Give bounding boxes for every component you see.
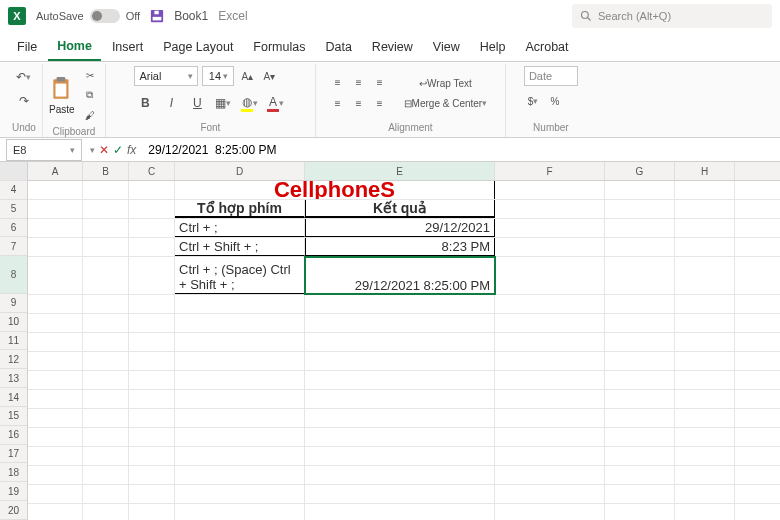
cell[interactable] <box>129 390 175 408</box>
cell[interactable] <box>495 295 605 313</box>
cell[interactable] <box>305 428 495 446</box>
cell[interactable] <box>305 295 495 313</box>
enter-icon[interactable]: ✓ <box>113 143 123 157</box>
cell[interactable] <box>83 504 129 520</box>
cell[interactable] <box>305 352 495 370</box>
cell[interactable] <box>495 238 605 256</box>
cell[interactable] <box>28 257 83 294</box>
row-header[interactable]: 20 <box>0 501 27 520</box>
cell[interactable] <box>305 485 495 503</box>
cell[interactable] <box>28 485 83 503</box>
select-all-corner[interactable] <box>0 162 27 181</box>
shrink-font-button[interactable]: A▾ <box>260 67 278 85</box>
align-bottom-button[interactable]: ≡ <box>371 74 389 92</box>
cell[interactable] <box>305 409 495 427</box>
cell[interactable] <box>28 447 83 465</box>
cell[interactable] <box>28 219 83 237</box>
cell[interactable] <box>675 295 735 313</box>
cell[interactable] <box>305 390 495 408</box>
cell[interactable] <box>605 333 675 351</box>
cell[interactable] <box>28 333 83 351</box>
cell[interactable]: Ctrl + ; <box>175 219 305 237</box>
cell[interactable] <box>129 295 175 313</box>
tab-help[interactable]: Help <box>471 34 515 60</box>
cell[interactable] <box>605 352 675 370</box>
cell[interactable]: 8:23 PM <box>305 238 495 256</box>
row-header[interactable]: 7 <box>0 237 27 256</box>
cell[interactable] <box>305 314 495 332</box>
tab-data[interactable]: Data <box>316 34 360 60</box>
cell[interactable] <box>675 219 735 237</box>
cell[interactable] <box>28 390 83 408</box>
cell[interactable] <box>605 390 675 408</box>
cell[interactable] <box>129 371 175 389</box>
tab-page-layout[interactable]: Page Layout <box>154 34 242 60</box>
cell[interactable] <box>175 390 305 408</box>
fill-color-button[interactable]: ◍▾ <box>238 92 260 114</box>
cell[interactable] <box>83 314 129 332</box>
cell[interactable] <box>675 504 735 520</box>
tab-file[interactable]: File <box>8 34 46 60</box>
cell[interactable] <box>83 219 129 237</box>
col-header[interactable]: D <box>175 162 305 180</box>
cell[interactable] <box>605 181 675 199</box>
cell[interactable] <box>675 200 735 218</box>
cell[interactable] <box>305 333 495 351</box>
cell[interactable] <box>495 447 605 465</box>
row-header[interactable]: 5 <box>0 200 27 219</box>
row-header[interactable]: 11 <box>0 332 27 351</box>
cell[interactable] <box>83 333 129 351</box>
row-header[interactable]: 9 <box>0 294 27 313</box>
cell[interactable] <box>675 409 735 427</box>
col-header[interactable]: E <box>305 162 495 180</box>
cell[interactable] <box>675 371 735 389</box>
cell[interactable] <box>175 428 305 446</box>
row-header[interactable]: 19 <box>0 482 27 501</box>
cell[interactable]: 29/12/2021 <box>305 219 495 237</box>
cell[interactable] <box>675 314 735 332</box>
cell[interactable] <box>305 466 495 484</box>
row-header[interactable]: 13 <box>0 369 27 388</box>
cell[interactable] <box>129 333 175 351</box>
cell[interactable] <box>495 200 605 218</box>
cell[interactable] <box>675 485 735 503</box>
cell[interactable]: Ctrl + Shift + ; <box>175 238 305 256</box>
cell[interactable] <box>175 333 305 351</box>
cell[interactable] <box>305 447 495 465</box>
cell[interactable] <box>305 371 495 389</box>
cell[interactable] <box>175 314 305 332</box>
save-icon[interactable] <box>150 9 164 23</box>
cell[interactable] <box>605 371 675 389</box>
cell[interactable] <box>83 200 129 218</box>
cell[interactable] <box>129 428 175 446</box>
tab-home[interactable]: Home <box>48 33 101 61</box>
tab-acrobat[interactable]: Acrobat <box>516 34 577 60</box>
cell[interactable] <box>129 257 175 294</box>
grow-font-button[interactable]: A▴ <box>238 67 256 85</box>
cell[interactable] <box>28 314 83 332</box>
row-header[interactable]: 16 <box>0 426 27 445</box>
cancel-icon[interactable]: ✕ <box>99 143 109 157</box>
cell[interactable] <box>129 466 175 484</box>
cell[interactable] <box>495 428 605 446</box>
cell[interactable] <box>129 238 175 256</box>
cell[interactable] <box>605 219 675 237</box>
cell[interactable] <box>495 181 605 199</box>
cell[interactable] <box>495 333 605 351</box>
cell[interactable] <box>605 485 675 503</box>
cell[interactable] <box>675 390 735 408</box>
cell[interactable] <box>175 409 305 427</box>
row-header[interactable]: 4 <box>0 181 27 200</box>
row-header[interactable]: 15 <box>0 407 27 426</box>
underline-button[interactable]: U <box>186 92 208 114</box>
cell[interactable] <box>28 428 83 446</box>
cell[interactable] <box>83 485 129 503</box>
cell[interactable] <box>605 257 675 294</box>
cell[interactable] <box>83 409 129 427</box>
cell[interactable] <box>175 295 305 313</box>
merge-center-button[interactable]: ⊟ Merge & Center ▾ <box>399 94 493 112</box>
cell[interactable] <box>605 295 675 313</box>
cell[interactable] <box>495 466 605 484</box>
cell[interactable] <box>675 257 735 294</box>
align-center-button[interactable]: ≡ <box>350 95 368 113</box>
